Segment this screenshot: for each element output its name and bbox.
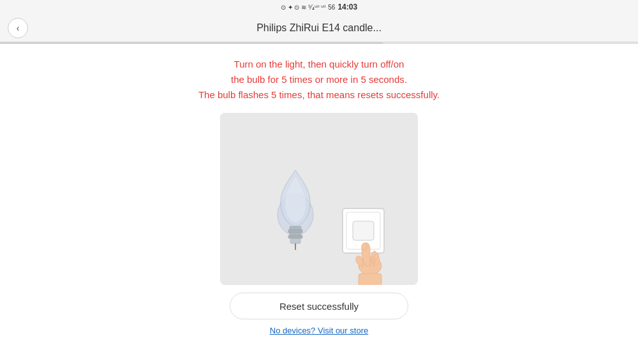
reset-button-label: Reset successfully bbox=[279, 301, 359, 312]
reset-successfully-button[interactable]: Reset successfully bbox=[230, 293, 408, 319]
bulb-switch-illustration bbox=[220, 113, 418, 285]
svg-rect-13 bbox=[359, 273, 382, 285]
svg-rect-3 bbox=[288, 229, 302, 233]
back-icon: ‹ bbox=[17, 23, 20, 33]
svg-rect-2 bbox=[290, 226, 301, 229]
svg-rect-0 bbox=[220, 113, 418, 285]
svg-rect-4 bbox=[290, 233, 301, 235]
reset-button-container: Reset successfully bbox=[230, 293, 408, 319]
page-title: Philips ZhiRui E14 candle... bbox=[28, 22, 610, 34]
svg-rect-5 bbox=[288, 235, 302, 238]
svg-point-12 bbox=[362, 243, 367, 251]
product-image bbox=[220, 113, 418, 285]
main-content: Turn on the light, then quickly turn off… bbox=[0, 44, 638, 364]
status-time: 14:03 bbox=[338, 3, 357, 11]
instruction-line1: Turn on the light, then quickly turn off… bbox=[198, 57, 440, 72]
svg-rect-10 bbox=[353, 221, 374, 240]
instruction-line3: The bulb flashes 5 times, that means res… bbox=[198, 87, 440, 103]
visit-store-link[interactable]: No devices? Visit our store bbox=[270, 326, 368, 335]
status-bar: ⊙ ✦ ⊙ ≋ ⁵⁄₄ᵘˡˡ ᵘˡˡ 56 14:03 bbox=[0, 0, 638, 14]
status-icons: ⊙ ✦ ⊙ ≋ ⁵⁄₄ᵘˡˡ ᵘˡˡ 56 bbox=[281, 4, 335, 11]
nav-bar: ‹ Philips ZhiRui E14 candle... bbox=[0, 14, 638, 42]
instruction-line2: the bulb for 5 times or more in 5 second… bbox=[198, 72, 440, 87]
svg-rect-6 bbox=[290, 238, 300, 244]
instruction-text: Turn on the light, then quickly turn off… bbox=[198, 57, 440, 103]
back-button[interactable]: ‹ bbox=[8, 18, 28, 38]
